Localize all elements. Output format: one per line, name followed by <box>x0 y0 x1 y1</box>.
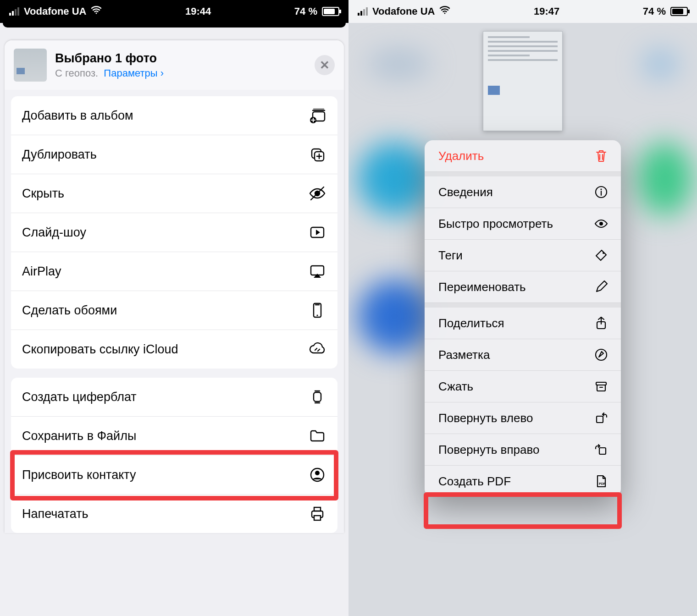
menu-label: Поделиться <box>438 316 504 330</box>
action-label: Сделать обоями <box>22 303 117 318</box>
geo-label: С геопоз. <box>55 67 98 79</box>
wifi-icon <box>439 5 450 18</box>
menu-label: Сведения <box>438 185 493 199</box>
slideshow-icon <box>308 223 326 242</box>
svg-rect-25 <box>597 416 603 423</box>
menu-tags[interactable]: Теги <box>425 240 621 271</box>
svg-rect-26 <box>599 448 606 454</box>
action-label: AirPlay <box>22 264 61 279</box>
photo-thumbnail <box>14 49 47 82</box>
hide-icon <box>308 184 326 203</box>
action-slideshow[interactable]: Слайд-шоу <box>11 213 337 252</box>
actions-group-1: Добавить в альбом Дублировать Скрыть <box>11 96 337 368</box>
pdf-icon: PDF <box>593 474 609 489</box>
menu-delete[interactable]: Удалить <box>425 140 621 172</box>
action-label: Скрыть <box>22 187 64 201</box>
tag-icon <box>593 248 609 263</box>
menu-compress[interactable]: Сжать <box>425 371 621 402</box>
action-watchface[interactable]: Создать циферблат <box>11 378 337 417</box>
share-sheet: Выбрано 1 фото С геопоз. Параметры › ✕ Д… <box>5 40 344 533</box>
wifi-icon <box>91 5 102 18</box>
svg-point-20 <box>603 252 604 254</box>
options-link[interactable]: Параметры › <box>104 67 164 79</box>
menu-rotate-left[interactable]: Повернуть влево <box>425 402 621 434</box>
action-print[interactable]: Напечатать <box>11 495 337 533</box>
icloud-link-icon <box>308 340 326 358</box>
share-header: Выбрано 1 фото С геопоз. Параметры › ✕ <box>5 40 344 90</box>
action-wallpaper[interactable]: Сделать обоями <box>11 291 337 330</box>
menu-label: Теги <box>438 248 463 263</box>
contact-icon <box>308 466 326 484</box>
action-assign-contact[interactable]: Присвоить контакту <box>11 456 337 495</box>
context-menu: Удалить Сведения Быстро просмотреть <box>425 140 621 497</box>
rotate-right-icon <box>593 442 609 457</box>
battery-icon <box>670 7 688 16</box>
menu-label: Повернуть вправо <box>438 443 539 457</box>
share-icon <box>593 316 609 330</box>
menu-label: Удалить <box>438 149 484 163</box>
signal-icon <box>9 7 19 16</box>
action-label: Скопировать ссылку iCloud <box>22 342 178 357</box>
info-icon <box>593 185 609 199</box>
action-label: Дублировать <box>22 148 97 162</box>
svg-rect-15 <box>314 516 321 520</box>
highlight-create-pdf <box>424 492 622 529</box>
action-add-to-album[interactable]: Добавить в альбом <box>11 96 337 135</box>
svg-point-18 <box>600 188 602 190</box>
action-airplay[interactable]: AirPlay <box>11 252 337 291</box>
rotate-left-icon <box>593 411 609 425</box>
pencil-icon <box>593 280 609 294</box>
menu-label: Сжать <box>438 380 473 394</box>
battery-percent: 74 % <box>294 6 317 17</box>
status-bar: Vodafone UA 19:47 74 % <box>348 0 697 23</box>
menu-label: Разметка <box>438 348 490 362</box>
action-label: Напечатать <box>22 507 89 521</box>
archive-icon <box>593 379 609 394</box>
close-button[interactable]: ✕ <box>315 55 335 75</box>
watchface-icon <box>308 388 326 406</box>
menu-label: Создать PDF <box>438 474 511 489</box>
clock: 19:44 <box>102 6 294 17</box>
left-screenshot: Vodafone UA 19:44 74 % Выбрано 1 фото <box>0 0 348 616</box>
right-screenshot: Vodafone UA 19:47 74 % <box>348 0 697 616</box>
action-label: Слайд-шоу <box>22 226 86 240</box>
document-thumbnail[interactable] <box>483 31 563 131</box>
clock: 19:47 <box>450 6 642 17</box>
menu-rotate-right[interactable]: Повернуть вправо <box>425 434 621 466</box>
wallpaper-icon <box>308 301 326 319</box>
selection-title: Выбрано 1 фото <box>55 51 315 66</box>
menu-label: Повернуть влево <box>438 411 533 425</box>
close-icon: ✕ <box>320 58 330 72</box>
actions-group-2: Создать циферблат Сохранить в Файлы Прис… <box>11 378 337 533</box>
markup-icon <box>593 347 609 362</box>
menu-share[interactable]: Поделиться <box>425 308 621 339</box>
carrier-label: Vodafone UA <box>24 6 86 17</box>
print-icon <box>308 505 326 523</box>
action-save-to-files[interactable]: Сохранить в Файлы <box>11 417 337 456</box>
svg-point-0 <box>96 13 97 14</box>
menu-markup[interactable]: Разметка <box>425 339 621 371</box>
action-duplicate[interactable]: Дублировать <box>11 135 337 174</box>
menu-info[interactable]: Сведения <box>425 176 621 208</box>
add-album-icon <box>308 106 326 125</box>
svg-point-16 <box>444 13 446 14</box>
svg-point-12 <box>315 471 320 475</box>
signal-icon <box>358 7 368 16</box>
carrier-label: Vodafone UA <box>372 6 435 17</box>
airplay-icon <box>308 262 326 280</box>
action-label: Добавить в альбом <box>22 109 133 123</box>
action-label: Присвоить контакту <box>22 468 136 482</box>
svg-rect-24 <box>597 385 605 391</box>
eye-icon <box>593 216 609 231</box>
action-icloud-link[interactable]: Скопировать ссылку iCloud <box>11 330 337 368</box>
svg-rect-14 <box>314 507 321 511</box>
menu-rename[interactable]: Переименовать <box>425 271 621 303</box>
battery-percent: 74 % <box>643 6 666 17</box>
svg-point-9 <box>316 314 318 316</box>
menu-create-pdf[interactable]: Создать PDF PDF <box>425 466 621 497</box>
battery-icon <box>322 7 339 16</box>
svg-point-19 <box>599 222 603 226</box>
action-hide[interactable]: Скрыть <box>11 174 337 213</box>
menu-label: Переименовать <box>438 280 526 294</box>
menu-quicklook[interactable]: Быстро просмотреть <box>425 208 621 240</box>
